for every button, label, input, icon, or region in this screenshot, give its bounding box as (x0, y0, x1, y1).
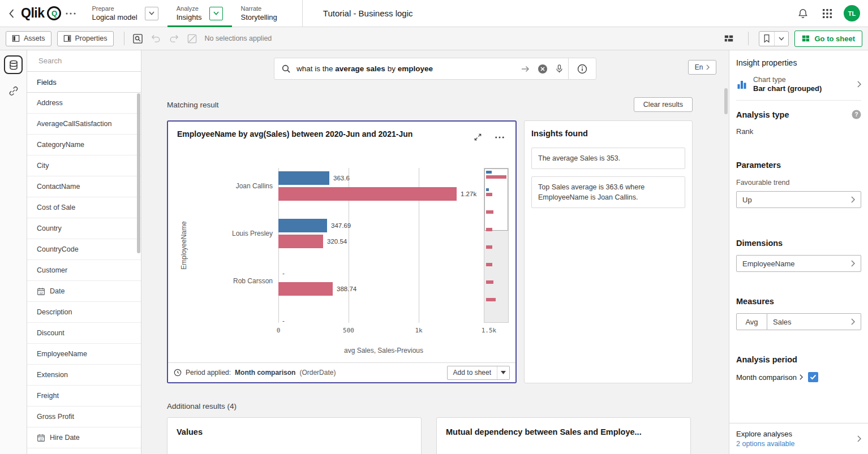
nav-dropdown-button[interactable] (209, 7, 223, 20)
analysis-period-value-wrap: Month comparison (736, 373, 803, 382)
chart-type-value: Bar chart (grouped) (753, 84, 822, 93)
field-item[interactable]: Discount (27, 323, 141, 344)
assets-button[interactable]: Assets (6, 31, 51, 46)
data-model-tab[interactable] (4, 55, 23, 74)
bar-sales-previous[interactable] (278, 235, 323, 248)
chart-more-options-button[interactable] (493, 134, 506, 141)
clear-circle-icon (538, 64, 548, 74)
field-item[interactable]: 12Hire Date (27, 427, 141, 448)
explore-analyses-text: Explore analyses 2 options available (736, 430, 795, 448)
field-item[interactable]: Customer (27, 260, 141, 281)
clear-results-button[interactable]: Clear results (634, 97, 693, 112)
nav-item-label: Insights (177, 13, 202, 21)
caret-down-icon (501, 371, 506, 374)
info-icon (577, 64, 587, 74)
dimension-select[interactable]: EmployeeName (736, 255, 861, 272)
expand-icon (474, 133, 482, 141)
bar-sales-previous[interactable] (278, 282, 333, 296)
field-item[interactable]: Cost of Sale (27, 197, 141, 218)
nav-dropdown-button[interactable] (145, 7, 158, 20)
properties-button[interactable]: Properties (57, 31, 114, 46)
field-label: Hire Date (50, 434, 80, 442)
field-item[interactable]: Extension (27, 365, 141, 386)
insight-item[interactable]: The average Sales is 353. (531, 148, 685, 169)
field-item[interactable]: AverageCallSatisfaction (27, 114, 141, 135)
minimap-bar (486, 188, 489, 191)
field-label: Gross Profit (37, 413, 74, 421)
field-item[interactable]: ContactName (27, 176, 141, 197)
step-forward-button[interactable] (165, 29, 183, 47)
help-icon[interactable]: ? (852, 110, 861, 119)
links-tab[interactable] (4, 81, 23, 100)
field-item[interactable]: EmployeeName (27, 344, 141, 365)
sheet-layout-button[interactable] (720, 29, 738, 47)
expand-chart-button[interactable] (471, 131, 484, 144)
insight-item[interactable]: Top Sales average is 363.6 where Employe… (531, 176, 685, 208)
clear-selections-button[interactable] (183, 29, 201, 47)
search-query[interactable]: what is the average sales by employee (297, 64, 518, 73)
go-to-sheet-button[interactable]: Go to sheet (794, 31, 862, 47)
chevron-right-icon (851, 318, 855, 325)
add-to-sheet-dropdown[interactable] (497, 366, 509, 379)
avatar[interactable]: TL (844, 5, 860, 21)
field-item[interactable]: Gross Profit (27, 407, 141, 427)
minimap-bar (486, 228, 492, 231)
bookmark-icon-segment[interactable] (759, 32, 774, 46)
chart-minimap[interactable] (484, 168, 509, 323)
qlik-logo[interactable]: Qlik Q (21, 6, 61, 21)
analysis-period-checkbox[interactable] (808, 372, 818, 382)
clear-search-button[interactable] (535, 62, 550, 76)
explore-options-link[interactable]: 2 options available (736, 440, 795, 448)
bookmark-dropdown-segment[interactable] (774, 32, 788, 46)
field-item[interactable]: Address (27, 93, 141, 114)
bar-sales-previous[interactable] (278, 187, 457, 201)
results-scrollbar[interactable] (724, 88, 728, 114)
bookmark-icon (763, 34, 770, 43)
selections-tool-button[interactable] (129, 29, 147, 47)
field-item[interactable]: Country (27, 218, 141, 239)
fields-scrollbar[interactable] (137, 93, 140, 253)
additional-result-card[interactable]: Values (167, 417, 422, 454)
nav-item-label: Logical model (92, 13, 137, 21)
field-item[interactable]: 12Date (27, 281, 141, 302)
chart-plot[interactable]: 05001k1.5kJoan Callins363.61.27kLouis Pr… (278, 168, 489, 323)
back-button[interactable] (7, 7, 16, 20)
field-item[interactable]: Freight (27, 386, 141, 407)
field-item[interactable]: CategoryName (27, 135, 141, 155)
measure-select[interactable]: Sales (767, 313, 861, 330)
voice-search-button[interactable] (553, 62, 566, 76)
explore-analyses-row[interactable]: Explore analyses 2 options available (729, 423, 868, 454)
bookmark-button[interactable] (759, 31, 789, 46)
bar-avg-sales[interactable] (278, 219, 327, 232)
main-nav: PrepareLogical modelAnalyzeInsightsNarra… (83, 0, 286, 27)
svg-text:?: ? (854, 111, 858, 118)
nav-storytelling[interactable]: NarrateStorytelling (232, 0, 286, 27)
insight-search-bar[interactable]: what is the average sales by employee (274, 58, 596, 80)
field-item-partial[interactable] (27, 448, 141, 454)
field-item[interactable]: CountryCode (27, 239, 141, 260)
nav-insights[interactable]: AnalyzeInsights (167, 0, 232, 27)
additional-result-card[interactable]: Mutual dependency between Sales and Empl… (436, 417, 691, 454)
more-menu-button[interactable] (63, 10, 78, 17)
submit-search-button[interactable] (518, 63, 532, 75)
query-token: by (385, 64, 398, 73)
add-to-sheet-button[interactable]: Add to sheet (447, 366, 510, 380)
chart-type-row[interactable]: Chart type Bar chart (grouped) (736, 76, 861, 101)
measure-aggregation[interactable]: Avg (736, 313, 767, 330)
nav-logical-model[interactable]: PrepareLogical model (83, 0, 167, 27)
search-info-section[interactable] (568, 58, 596, 79)
field-item[interactable]: City (27, 155, 141, 176)
bar-avg-sales[interactable] (278, 171, 329, 185)
period-applied-label: Period applied: (186, 369, 231, 377)
field-item[interactable]: Description (27, 302, 141, 323)
language-selector-button[interactable]: En (688, 60, 716, 75)
analysis-period-row[interactable]: Month comparison (736, 372, 861, 382)
fields-search-input[interactable] (38, 57, 138, 65)
assets-panel-icon (12, 34, 20, 42)
app-launcher-button[interactable] (820, 6, 835, 21)
notifications-button[interactable] (795, 6, 811, 21)
favourable-trend-select[interactable]: Up (736, 191, 861, 208)
step-back-button[interactable] (147, 29, 165, 47)
insight-chart-card[interactable]: EmployeeName by avg(Sales) between 2020-… (167, 120, 517, 383)
header-divider (302, 0, 303, 27)
